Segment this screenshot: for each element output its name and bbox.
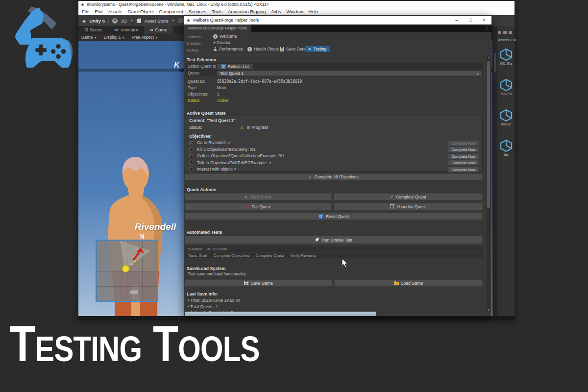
aspect-dropdown[interactable]: Free Aspect ▼ [132, 34, 158, 41]
menu-jobs[interactable]: Jobs [271, 8, 281, 15]
objective-checkbox[interactable] [189, 168, 193, 172]
asset-item[interactable]: 001-Sta [499, 48, 514, 65]
tab-creator[interactable]: + Creator [213, 40, 231, 45]
complete-now-button[interactable]: Complete Now [448, 140, 479, 146]
quest-status-row: Status: Active [185, 98, 483, 104]
scroll-down-icon[interactable]: ▼ [487, 309, 490, 312]
helper-tabbar: Malbers QuestForge Helper Tools ⋮ [184, 24, 491, 32]
objectives-header: Objectives: [187, 133, 480, 140]
asset-store-icon[interactable] [137, 19, 141, 23]
complete-quest-button[interactable]: ✓Complete Quest [334, 193, 483, 200]
section-save-load: Save/Load System [187, 266, 226, 271]
save-game-button[interactable]: Save Game [185, 279, 332, 287]
refresh-list-button[interactable]: ⟳ Refresh List [217, 64, 253, 69]
tab-welcome[interactable]: iWelcome [213, 34, 237, 39]
info-icon[interactable] [509, 31, 512, 34]
toolbar-icon[interactable] [498, 31, 501, 34]
complete-now-button[interactable]: Complete Now [448, 167, 479, 172]
objective-checkbox[interactable] [189, 154, 193, 158]
chevron-down-icon: ▼ [476, 72, 479, 77]
tab-save-data[interactable]: Save Data [280, 47, 306, 51]
account-avatar[interactable] [112, 18, 118, 24]
complete-all-objectives-button[interactable]: ✓Complete All Objectives [185, 173, 483, 180]
exclamation-icon: ! [247, 47, 252, 51]
check-icon: ✓ [309, 175, 312, 179]
asset-label: 001-Sta [499, 62, 514, 65]
mouse-cursor [342, 258, 348, 268]
x-icon: ✕ [246, 204, 249, 209]
chevron-down-icon[interactable]: ▼ [172, 19, 175, 22]
complete-now-button[interactable]: Complete Now [448, 153, 479, 159]
abandon-quest-button[interactable]: Abandon Quest [334, 203, 483, 210]
partial-location-label: K [174, 61, 180, 70]
complete-now-button[interactable]: Complete Now [448, 160, 479, 166]
asset-store-label[interactable]: Asset Store [145, 18, 169, 24]
tab-game[interactable]: ∞Game [144, 26, 173, 34]
asset-label: 002-Th [499, 92, 514, 96]
helper-titlebar: ◈Malbers QuestForge Helper Tools – □ × [184, 16, 491, 24]
asset-item[interactable]: 002-Th [499, 78, 514, 96]
kebab-menu-icon[interactable]: ⋮ [485, 25, 490, 30]
last-save-info-header: Last Save Info: [187, 292, 218, 296]
objective-checkbox[interactable] [189, 147, 193, 151]
group-label-debug: Debug [187, 48, 198, 52]
toolbar-divider [108, 18, 109, 24]
scroll-up-icon[interactable]: ▲ [487, 56, 490, 59]
menu-animation-rigging[interactable]: Animation Rigging [228, 8, 266, 15]
active-quest-box: Current: "Test Quest 1" Status: ⚠ In Pro… [185, 116, 483, 172]
menu-gameobject[interactable]: GameObject [127, 8, 153, 15]
tab-scene[interactable]: ⊞Scene [78, 26, 108, 34]
asset-item[interactable]: 003-Ur [499, 109, 514, 126]
unity-version-label: Unity 6 [89, 18, 105, 24]
menu-help[interactable]: Help [308, 8, 318, 15]
scene-icon: ⊞ [84, 26, 88, 34]
smoke-test-duration: Duration: ~30 seconds [185, 246, 483, 252]
asset-label: tes [499, 153, 514, 156]
helper-tab[interactable]: Malbers QuestForge Helper Tools [184, 24, 251, 32]
scrollbar-thumb[interactable] [487, 61, 490, 208]
menu-file[interactable]: File [82, 8, 89, 15]
run-smoke-test-button[interactable]: Run Smoke Test [185, 236, 483, 244]
display-dropdown[interactable]: Display 1 ▼ [103, 34, 124, 41]
project-breadcrumb[interactable]: Assets > M [498, 38, 516, 42]
menu-window[interactable]: Window [286, 8, 303, 15]
unity-app-icon: ◈ [187, 18, 190, 23]
info-icon: i [213, 34, 218, 39]
menu-tools[interactable]: Tools [212, 8, 222, 15]
game-target-dropdown[interactable]: Game ▼ [81, 34, 97, 41]
account-name[interactable]: JD [121, 18, 127, 24]
tab-animator[interactable]: ⋈Animator [108, 26, 144, 34]
animator-icon: ⋈ [114, 26, 119, 34]
fail-quest-button[interactable]: ✕Fail Quest [185, 203, 332, 210]
tag-icon[interactable] [503, 31, 507, 34]
objective-checkbox[interactable] [189, 161, 193, 165]
minimize-button[interactable]: – [453, 16, 461, 24]
menu-assets[interactable]: Assets [108, 8, 122, 15]
maximize-button[interactable]: □ [466, 16, 474, 24]
helper-scrollbar[interactable]: ▲ ▼ [487, 55, 490, 312]
project-scrollbar[interactable] [493, 26, 497, 316]
load-game-button[interactable]: Load Game [334, 279, 483, 287]
tab-testing[interactable]: ▶Testing [305, 46, 330, 52]
quest-status-line: Status: ⚠ In Progress [187, 124, 480, 131]
objective-row: Talk to Objective4TalkToNPCExample: × Co… [187, 160, 480, 166]
quest-dropdown[interactable]: Test Quest 1 ▼ [217, 71, 482, 76]
unity-statusbar [78, 316, 514, 320]
menu-component[interactable]: Component [159, 8, 183, 15]
complete-now-button[interactable]: Complete Now [448, 147, 479, 152]
objective-checkbox[interactable]: ✓ [189, 141, 193, 145]
asset-item[interactable]: tes [499, 139, 514, 156]
minimap-trail-dot [131, 263, 133, 265]
objective-row: Interact with object: × Complete Now [187, 166, 480, 172]
chevron-down-icon[interactable]: ▼ [130, 19, 133, 22]
start-quest-button[interactable]: ▶Start Quest [185, 193, 332, 200]
toolbar-icon[interactable] [178, 18, 184, 23]
menu-services[interactable]: Services [189, 8, 206, 15]
close-button[interactable]: × [480, 16, 488, 24]
tab-health-check[interactable]: !Health Check [247, 47, 279, 51]
tab-performance[interactable]: Performance [213, 47, 243, 51]
menu-edit[interactable]: Edit [95, 8, 102, 15]
reset-quest-button[interactable]: ⟳Reset Quest [185, 213, 483, 220]
minimap-direction-arrow [131, 247, 146, 262]
section-test-selection: Test Selection [187, 57, 216, 62]
